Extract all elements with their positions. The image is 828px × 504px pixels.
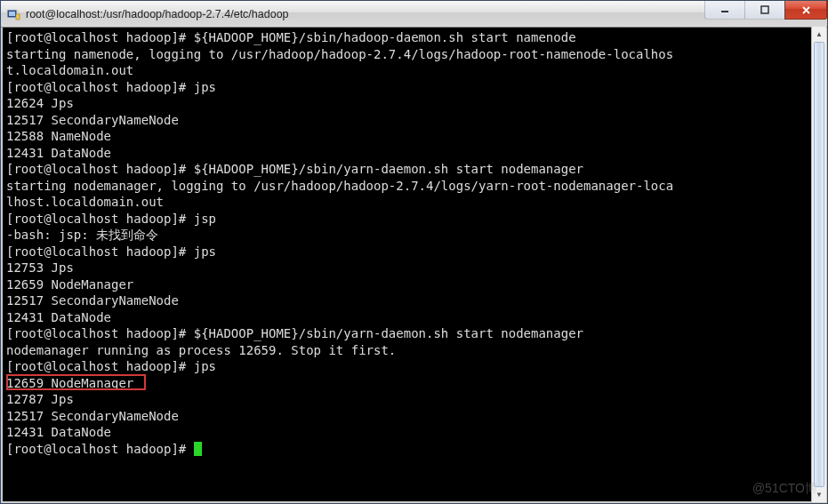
terminal-line: 12659 NodeManager bbox=[6, 376, 141, 390]
terminal-line: [root@localhost hadoop]# ${HADOOP_HOME}/… bbox=[6, 162, 583, 176]
window-buttons bbox=[705, 1, 827, 27]
terminal-line: t.localdomain.out bbox=[6, 63, 133, 77]
minimize-button[interactable] bbox=[704, 1, 745, 20]
maximize-button[interactable] bbox=[744, 1, 785, 20]
terminal-line: starting namenode, logging to /usr/hadoo… bbox=[6, 47, 673, 61]
scroll-thumb[interactable] bbox=[814, 42, 824, 487]
svg-rect-3 bbox=[721, 11, 728, 12]
terminal-line: [root@localhost hadoop]# jps bbox=[6, 244, 216, 259]
terminal-line: [root@localhost hadoop]# bbox=[6, 442, 202, 456]
scroll-track[interactable] bbox=[812, 42, 826, 487]
terminal-line: lhost.localdomain.out bbox=[6, 195, 164, 209]
svg-rect-4 bbox=[761, 6, 768, 13]
window-title: root@localhost:/usr/hadoop/hadoop-2.7.4/… bbox=[26, 8, 705, 20]
terminal-line: 12431 DataNode bbox=[6, 146, 111, 160]
svg-rect-2 bbox=[16, 14, 20, 20]
titlebar[interactable]: root@localhost:/usr/hadoop/hadoop-2.7.4/… bbox=[1, 1, 827, 28]
putty-icon bbox=[6, 7, 20, 21]
terminal-line: 12624 Jps bbox=[6, 96, 74, 110]
terminal-line: starting nodemanager, logging to /usr/ha… bbox=[6, 179, 673, 193]
terminal-line: 12517 SecondaryNameNode bbox=[6, 409, 179, 423]
terminal-line: 12753 Jps bbox=[6, 260, 74, 275]
svg-rect-1 bbox=[9, 12, 15, 16]
terminal-window: root@localhost:/usr/hadoop/hadoop-2.7.4/… bbox=[0, 0, 828, 504]
terminal-line: [root@localhost hadoop]# ${HADOOP_HOME}/… bbox=[6, 30, 576, 44]
terminal-line: nodemanager running as process 12659. St… bbox=[6, 343, 396, 357]
terminal-line: 12517 SecondaryNameNode bbox=[6, 293, 179, 308]
vertical-scrollbar[interactable]: ▲ ▼ bbox=[811, 27, 826, 502]
terminal-viewport[interactable]: [root@localhost hadoop]# ${HADOOP_HOME}/… bbox=[1, 28, 827, 503]
terminal-line: 12431 DataNode bbox=[6, 425, 111, 439]
terminal-content: [root@localhost hadoop]# ${HADOOP_HOME}/… bbox=[6, 29, 822, 457]
scroll-up-icon[interactable]: ▲ bbox=[812, 27, 826, 42]
terminal-line: 12659 NodeManager bbox=[6, 277, 133, 292]
close-button[interactable] bbox=[784, 1, 827, 20]
terminal-line: 12787 Jps bbox=[6, 392, 74, 406]
terminal-line: -bash: jsp: 未找到命令 bbox=[6, 228, 158, 242]
terminal-line: [root@localhost hadoop]# jps bbox=[6, 359, 216, 373]
terminal-line: 12517 SecondaryNameNode bbox=[6, 113, 179, 127]
scroll-down-icon[interactable]: ▼ bbox=[812, 487, 826, 502]
terminal-line: 12431 DataNode bbox=[6, 310, 111, 324]
terminal-line: [root@localhost hadoop]# jps bbox=[6, 80, 216, 94]
terminal-line: [root@localhost hadoop]# ${HADOOP_HOME}/… bbox=[6, 326, 583, 340]
terminal-line: [root@localhost hadoop]# jsp bbox=[6, 212, 216, 226]
cursor bbox=[194, 442, 202, 456]
terminal-line: 12588 NameNode bbox=[6, 129, 111, 143]
